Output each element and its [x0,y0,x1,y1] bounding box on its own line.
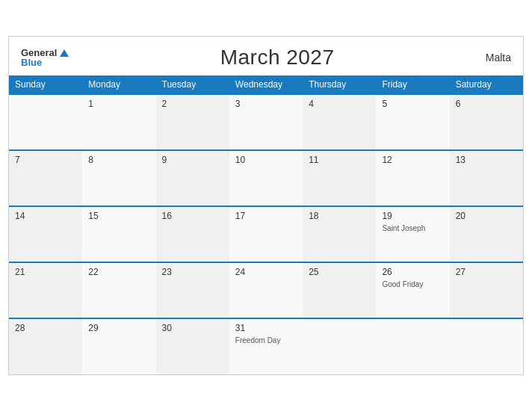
day-number: 21 [15,267,76,277]
calendar-day-cell: 16 [156,206,229,262]
calendar-day-cell: 9 [156,150,229,206]
calendar-day-cell [376,318,449,374]
calendar-day-cell: 29 [82,318,155,374]
day-number: 6 [456,99,517,109]
calendar-day-cell: 30 [156,318,229,374]
calendar-week-row: 78910111213 [9,150,523,206]
day-number: 18 [309,211,370,221]
day-number: 11 [309,155,370,165]
day-number: 26 [382,267,443,277]
calendar-day-cell: 6 [450,94,523,150]
calendar-day-cell: 24 [229,262,303,318]
calendar-container: General Blue March 2027 Malta Sunday Mon… [8,36,524,375]
day-number: 9 [162,155,223,165]
calendar-table: Sunday Monday Tuesday Wednesday Thursday… [9,75,523,374]
day-number: 15 [88,211,149,221]
calendar-day-cell: 14 [9,206,82,262]
day-number: 3 [235,99,297,109]
calendar-day-cell: 19Saint Joseph [376,206,449,262]
calendar-day-cell [450,318,523,374]
calendar-day-cell: 26Good Friday [376,262,449,318]
calendar-day-cell: 13 [450,150,523,206]
header-thursday: Thursday [303,75,376,94]
day-number: 23 [162,267,223,277]
calendar-day-cell: 8 [82,150,155,206]
calendar-day-cell: 5 [376,94,449,150]
header-friday: Friday [376,75,449,94]
calendar-day-cell: 7 [9,150,82,206]
day-number: 4 [309,99,370,109]
day-number: 14 [15,211,76,221]
calendar-day-cell: 20 [450,206,523,262]
calendar-day-cell: 3 [229,94,303,150]
header-sunday: Sunday [9,75,82,94]
calendar-day-cell: 21 [9,262,82,318]
calendar-day-cell: 18 [303,206,376,262]
logo: General Blue [21,48,69,67]
logo-triangle-icon [60,49,69,57]
day-number: 10 [235,155,297,165]
calendar-day-cell: 17 [229,206,303,262]
calendar-week-row: 141516171819Saint Joseph20 [9,206,523,262]
calendar-day-cell: 12 [376,150,449,206]
calendar-header: General Blue March 2027 Malta [9,37,523,75]
day-number: 29 [88,323,149,333]
header-saturday: Saturday [450,75,523,94]
calendar-day-cell [303,318,376,374]
day-number: 8 [88,155,149,165]
header-monday: Monday [82,75,155,94]
day-number: 1 [88,99,149,109]
calendar-day-cell: 31Freedom Day [229,318,303,374]
logo-blue-text: Blue [21,58,42,67]
day-number: 24 [235,267,297,277]
calendar-day-cell [9,94,82,150]
calendar-day-cell: 10 [229,150,303,206]
header-wednesday: Wednesday [229,75,303,94]
calendar-day-cell: 15 [82,206,155,262]
calendar-day-cell: 2 [156,94,229,150]
calendar-day-cell: 28 [9,318,82,374]
calendar-day-cell: 22 [82,262,155,318]
calendar-day-cell: 23 [156,262,229,318]
day-number: 7 [15,155,76,165]
day-number: 12 [382,155,443,165]
holiday-name: Freedom Day [235,336,297,345]
day-number: 28 [15,323,76,333]
day-number: 20 [456,211,517,221]
day-number: 16 [162,211,223,221]
day-number: 25 [309,267,370,277]
header-tuesday: Tuesday [156,75,229,94]
calendar-week-row: 28293031Freedom Day [9,318,523,374]
weekday-header-row: Sunday Monday Tuesday Wednesday Thursday… [9,75,523,94]
calendar-week-row: 123456 [9,94,523,150]
day-number: 2 [162,99,223,109]
holiday-name: Saint Joseph [382,223,443,233]
day-number: 19 [382,211,443,221]
day-number: 13 [456,155,517,165]
day-number: 17 [235,211,297,221]
day-number: 22 [88,267,149,277]
calendar-title: March 2027 [220,46,335,69]
calendar-day-cell: 25 [303,262,376,318]
calendar-day-cell: 1 [82,94,155,150]
calendar-day-cell: 4 [303,94,376,150]
day-number: 30 [162,323,223,333]
calendar-day-cell: 27 [450,262,523,318]
day-number: 5 [382,99,443,109]
day-number: 31 [235,323,297,333]
day-number: 27 [456,267,517,277]
country-label: Malta [486,52,511,64]
holiday-name: Good Friday [382,279,443,289]
calendar-week-row: 212223242526Good Friday27 [9,262,523,318]
calendar-day-cell: 11 [303,150,376,206]
